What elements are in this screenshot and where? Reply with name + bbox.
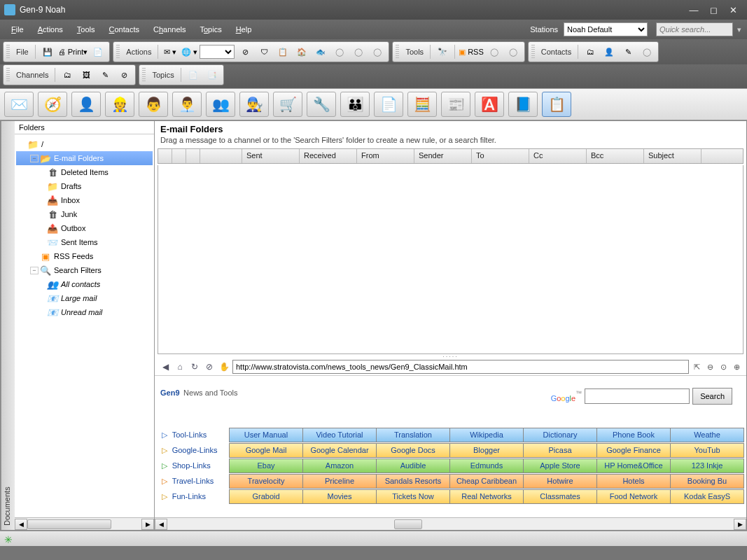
bigicon-cart[interactable]: 🛒 bbox=[273, 92, 302, 117]
row-arrow-icon[interactable]: ▷ bbox=[160, 461, 169, 470]
link-cell[interactable]: Real Networks bbox=[449, 489, 524, 504]
scroll-left-icon[interactable]: ◀ bbox=[155, 519, 167, 530]
circle1-icon[interactable]: ◯ bbox=[331, 43, 348, 60]
block-icon[interactable]: ⊘ bbox=[237, 43, 253, 60]
hand-icon[interactable]: ✋ bbox=[218, 360, 230, 373]
menu-help[interactable]: Help bbox=[230, 22, 258, 36]
col-sent[interactable]: Sent bbox=[242, 149, 300, 163]
link-cell[interactable]: HP Home&Office bbox=[596, 458, 671, 473]
col-icon[interactable] bbox=[172, 149, 186, 163]
grip-icon[interactable] bbox=[6, 45, 10, 59]
col-empty[interactable] bbox=[200, 149, 242, 163]
link-cell[interactable]: Amazon bbox=[302, 458, 377, 473]
bigicon-person6[interactable]: 👨‍🔧 bbox=[239, 92, 269, 117]
tree-unread-mail[interactable]: 📧Unread mail bbox=[16, 305, 153, 319]
channel-edit-icon[interactable]: ✎ bbox=[97, 66, 113, 83]
scroll-thumb[interactable] bbox=[27, 519, 111, 529]
link-cell[interactable]: Kodak EasyS bbox=[670, 489, 744, 504]
link-cell[interactable]: Apple Store bbox=[523, 458, 597, 473]
channel-del-icon[interactable]: ⊘ bbox=[116, 66, 132, 83]
col-attach[interactable] bbox=[186, 149, 200, 163]
print-button[interactable]: 🖨 Print ▾ bbox=[58, 43, 88, 60]
link-cell[interactable]: Translation bbox=[376, 428, 450, 442]
tree-sent[interactable]: 📨Sent Items bbox=[16, 235, 153, 249]
pen-icon[interactable]: ✎ bbox=[620, 43, 636, 60]
tree-drafts[interactable]: 📁Drafts bbox=[16, 179, 153, 193]
col-bcc[interactable]: Bcc bbox=[587, 149, 644, 163]
house-icon[interactable]: 🏠 bbox=[293, 43, 310, 60]
link-cell[interactable]: Picasa bbox=[523, 443, 597, 458]
link-cell[interactable]: Priceline bbox=[302, 474, 377, 489]
bigicon-book[interactable]: 📘 bbox=[508, 92, 538, 117]
doc-icon[interactable]: 📄 bbox=[90, 43, 106, 60]
binoc-icon[interactable]: 🔭 bbox=[434, 43, 451, 60]
col-flag[interactable] bbox=[158, 149, 172, 163]
link-cell[interactable]: Google Finance bbox=[596, 443, 671, 458]
bigicon-news[interactable]: 📰 bbox=[441, 92, 470, 117]
stations-select[interactable]: Noah Default bbox=[564, 22, 648, 36]
close-button[interactable]: ✕ bbox=[723, 4, 743, 16]
menu-contacts[interactable]: Contacts bbox=[104, 22, 145, 36]
link-cell[interactable]: Weathe bbox=[670, 428, 744, 442]
globe-icon[interactable]: 🌐 ▾ bbox=[181, 43, 197, 60]
file-label[interactable]: File bbox=[13, 48, 32, 56]
link-cell[interactable]: Cheap Caribbean bbox=[449, 474, 524, 489]
link-cell[interactable]: Hotwire bbox=[523, 474, 597, 489]
channels-label[interactable]: Channels bbox=[13, 71, 51, 79]
tree-large-mail[interactable]: 📧Large mail bbox=[16, 291, 153, 305]
link-cell[interactable]: Sandals Resorts bbox=[376, 474, 450, 489]
mail-icon[interactable]: ✉ ▾ bbox=[162, 43, 179, 60]
bigicon-compass[interactable]: 🧭 bbox=[38, 92, 67, 117]
tree-root[interactable]: 📁/ bbox=[16, 137, 153, 151]
col-subject[interactable]: Subject bbox=[644, 149, 701, 163]
open-icon[interactable]: ⇱ bbox=[691, 361, 702, 372]
topic-b-icon[interactable]: 📑 bbox=[204, 66, 221, 83]
menu-tools[interactable]: Tools bbox=[71, 22, 101, 36]
play-icon[interactable]: ⊙ bbox=[718, 361, 729, 372]
col-received[interactable]: Received bbox=[300, 149, 357, 163]
tree-email-folders[interactable]: −📂E-mail Folders bbox=[16, 151, 153, 165]
grip-icon[interactable] bbox=[396, 45, 399, 59]
bigicon-list[interactable]: 📋 bbox=[542, 92, 571, 117]
link-cell[interactable]: Google Docs bbox=[376, 443, 450, 458]
col-sender[interactable]: Sender bbox=[414, 149, 472, 163]
link-cell[interactable]: Audible bbox=[376, 458, 450, 473]
contact-icon[interactable]: 👤 bbox=[601, 43, 617, 60]
del-contact-icon[interactable]: ◯ bbox=[638, 43, 655, 60]
bigicon-person1[interactable]: 👤 bbox=[71, 92, 101, 117]
link-cell[interactable]: Tickets Now bbox=[376, 489, 450, 504]
grip-icon[interactable] bbox=[116, 45, 120, 59]
topic-a-icon[interactable]: 📄 bbox=[185, 66, 202, 83]
link-cell[interactable]: 123 Inkje bbox=[670, 458, 744, 473]
vtab-documents[interactable]: Documents bbox=[1, 121, 15, 530]
link-cell[interactable]: Hotels bbox=[596, 474, 671, 489]
card-icon[interactable]: 🗂 bbox=[582, 43, 599, 60]
tree-outbox[interactable]: 📤Outbox bbox=[16, 221, 153, 235]
browser-content[interactable]: Gen9 News and Tools Google™ Search ▷Tool… bbox=[155, 375, 746, 517]
channel-b-icon[interactable]: 🖼 bbox=[78, 66, 95, 83]
link-cell[interactable]: User Manual bbox=[229, 428, 303, 442]
bigicon-doc[interactable]: 📄 bbox=[374, 92, 403, 117]
link-cell[interactable]: Ebay bbox=[229, 458, 303, 473]
menu-file[interactable]: File bbox=[6, 22, 29, 36]
link-cell[interactable]: Wikipedia bbox=[449, 428, 524, 442]
shield-icon[interactable]: 🛡 bbox=[256, 43, 272, 60]
browser-hscroll[interactable]: ◀ ▶ bbox=[155, 517, 746, 530]
bigicon-person2[interactable]: 👷 bbox=[105, 92, 134, 117]
link-cell[interactable]: Google Mail bbox=[229, 443, 303, 458]
bigicon-person4[interactable]: 👨‍💼 bbox=[172, 92, 202, 117]
bigicon-person3[interactable]: 👨 bbox=[139, 92, 168, 117]
stop2-icon[interactable]: ⊖ bbox=[704, 361, 715, 372]
bigicon-tool[interactable]: 🔧 bbox=[307, 92, 336, 117]
stamp-icon[interactable]: 📋 bbox=[274, 43, 291, 60]
google-search-button[interactable]: Search bbox=[692, 388, 732, 405]
link-cell[interactable]: Dictionary bbox=[523, 428, 597, 442]
tree-all-contacts[interactable]: 👥All contacts bbox=[16, 277, 153, 291]
stop-icon[interactable]: ⊘ bbox=[203, 360, 216, 373]
home-icon[interactable]: ⌂ bbox=[174, 360, 186, 373]
row-arrow-icon[interactable]: ▷ bbox=[160, 430, 169, 440]
topics-label[interactable]: Topics bbox=[149, 71, 176, 79]
message-grid-body[interactable] bbox=[158, 165, 743, 354]
row-arrow-icon[interactable]: ▷ bbox=[160, 476, 169, 486]
menu-actions[interactable]: Actions bbox=[32, 22, 69, 36]
